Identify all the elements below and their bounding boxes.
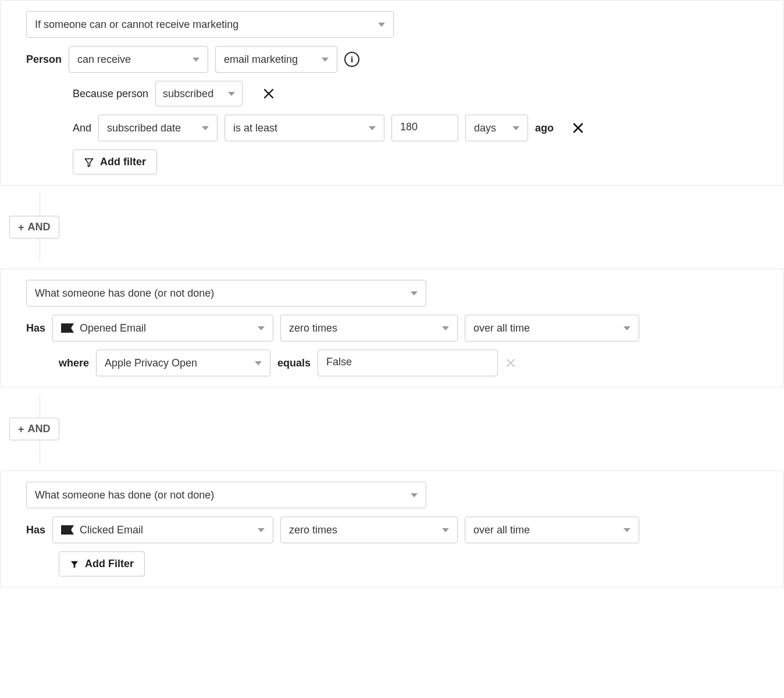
- and-connector-1: + AND: [0, 186, 784, 269]
- can-receive-select[interactable]: can receive: [69, 46, 208, 73]
- number-input[interactable]: 180: [391, 115, 458, 141]
- person-label: Person: [26, 54, 62, 66]
- add-filter-button[interactable]: Add Filter: [59, 551, 145, 576]
- chevron-down-icon: [258, 326, 265, 330]
- metric-label: Clicked Email: [80, 524, 250, 536]
- marketing-channel-select[interactable]: email marketing: [215, 46, 337, 73]
- where-label: where: [59, 357, 89, 369]
- funnel-icon: [70, 560, 79, 569]
- chevron-down-icon: [442, 528, 449, 532]
- chevron-down-icon: [258, 528, 265, 532]
- because-select[interactable]: subscribed: [155, 81, 243, 106]
- has-label: Has: [26, 322, 45, 334]
- timeframe-select[interactable]: over all time: [465, 315, 639, 341]
- plus-icon: +: [18, 424, 24, 435]
- because-value-label: subscribed: [163, 88, 220, 100]
- has-label: Has: [26, 524, 45, 536]
- and-operator-button[interactable]: + AND: [9, 216, 59, 238]
- times-select[interactable]: zero times: [280, 315, 458, 341]
- where-value: False: [326, 356, 352, 368]
- comparator-select[interactable]: is at least: [224, 115, 384, 141]
- funnel-icon: [84, 157, 94, 168]
- chevron-down-icon: [193, 58, 199, 62]
- can-receive-label: can receive: [77, 54, 184, 66]
- where-property-label: Apple Privacy Open: [105, 357, 247, 369]
- chevron-down-icon: [411, 493, 418, 497]
- timeframe-label: over all time: [473, 322, 615, 334]
- marketing-channel-label: email marketing: [224, 54, 313, 66]
- where-value-input[interactable]: False: [318, 350, 498, 376]
- equals-label: equals: [277, 357, 311, 369]
- chevron-down-icon: [623, 326, 630, 330]
- metric-select[interactable]: Clicked Email: [52, 517, 273, 543]
- condition-block-3: What someone has done (or not done) Has …: [0, 471, 784, 587]
- timeframe-select[interactable]: over all time: [465, 517, 639, 543]
- number-value: 180: [400, 121, 418, 133]
- add-filter-button[interactable]: Add filter: [73, 149, 157, 174]
- and-connector-2: + AND: [0, 387, 784, 471]
- times-label: zero times: [289, 322, 434, 334]
- and-label: AND: [28, 423, 51, 435]
- and-operator-button[interactable]: + AND: [9, 418, 59, 440]
- condition-type-select[interactable]: If someone can or cannot receive marketi…: [26, 11, 394, 38]
- ago-label: ago: [535, 122, 554, 134]
- remove-because-icon[interactable]: [262, 87, 275, 100]
- times-select[interactable]: zero times: [280, 517, 458, 543]
- chevron-down-icon: [322, 58, 329, 62]
- condition-type-label: What someone has done (or not done): [35, 489, 402, 501]
- chevron-down-icon: [369, 126, 376, 130]
- chevron-down-icon: [442, 326, 449, 330]
- remove-where-icon[interactable]: [505, 357, 516, 369]
- remove-date-icon[interactable]: [571, 121, 585, 135]
- times-label: zero times: [289, 524, 434, 536]
- unit-label: days: [474, 122, 504, 134]
- metric-label: Opened Email: [80, 322, 250, 334]
- chevron-down-icon: [228, 92, 235, 96]
- chevron-down-icon: [411, 291, 418, 295]
- chevron-down-icon: [378, 23, 385, 27]
- plus-icon: +: [18, 222, 24, 233]
- flag-icon: [61, 525, 74, 535]
- metric-select[interactable]: Opened Email: [52, 315, 273, 341]
- add-filter-label: Add Filter: [85, 558, 134, 570]
- condition-block-2: What someone has done (or not done) Has …: [0, 269, 784, 387]
- timeframe-label: over all time: [473, 524, 615, 536]
- where-property-select[interactable]: Apple Privacy Open: [96, 350, 270, 376]
- chevron-down-icon: [512, 126, 519, 130]
- chevron-down-icon: [623, 528, 630, 532]
- condition-type-select[interactable]: What someone has done (or not done): [26, 482, 426, 508]
- because-label: Because person: [73, 88, 148, 100]
- condition-type-select[interactable]: What someone has done (or not done): [26, 280, 426, 307]
- condition-type-label: If someone can or cannot receive marketi…: [35, 19, 370, 31]
- condition-block-1: If someone can or cannot receive marketi…: [0, 0, 784, 186]
- condition-type-label: What someone has done (or not done): [35, 287, 402, 300]
- chevron-down-icon: [255, 361, 262, 365]
- and-sub-label: And: [73, 122, 91, 134]
- unit-select[interactable]: days: [465, 115, 528, 141]
- flag-icon: [61, 323, 74, 333]
- comparator-label: is at least: [233, 122, 361, 134]
- chevron-down-icon: [202, 126, 209, 130]
- date-field-select[interactable]: subscribed date: [98, 115, 218, 141]
- and-label: AND: [28, 221, 51, 233]
- date-field-label: subscribed date: [107, 122, 194, 134]
- info-icon[interactable]: i: [344, 52, 359, 67]
- add-filter-label: Add filter: [100, 156, 146, 168]
